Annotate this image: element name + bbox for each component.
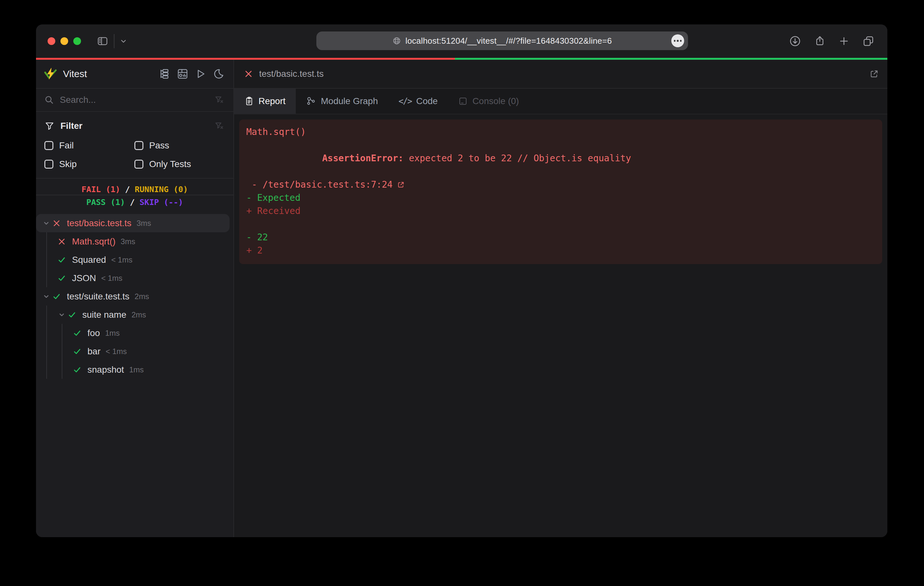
fail-icon [56,238,67,245]
pass-icon [56,274,67,282]
fail-icon [51,219,62,227]
filter-checkbox-fail[interactable]: Fail [45,140,134,151]
diff-received-value: + 2 [246,244,875,257]
tree-item-label: test/suite.test.ts [67,291,130,302]
tree-item-test-bar[interactable]: bar < 1ms [36,342,229,360]
tab-report[interactable]: Report [234,89,296,114]
browser-window: localhost:51204/__vitest__/#/?file=16484… [36,25,887,537]
pass-icon [67,311,77,319]
collapse-tree-icon[interactable] [159,68,170,80]
summary-running-count: RUNNING (0) [135,185,188,194]
close-window-button[interactable] [48,37,55,45]
fail-icon [244,70,253,78]
filter-checkbox-skip[interactable]: Skip [45,158,134,170]
clear-search-filter-icon[interactable] [214,95,224,105]
vitest-logo-icon [44,67,57,81]
downloads-icon[interactable] [789,35,801,47]
tab-code[interactable]: </> Code [388,89,448,114]
tree-item-label: snapshot [87,365,124,375]
open-in-editor-icon[interactable] [870,69,879,79]
code-icon: </> [398,96,411,106]
summary-fail-count: FAIL (1) [81,185,120,194]
browser-toolbar: localhost:51204/__vitest__/#/?file=16484… [36,25,887,58]
error-message: AssertionError: expected 2 to be 22 // O… [246,138,875,178]
url-text: localhost:51204/__vitest__/#/?file=16484… [406,36,612,46]
new-tab-icon[interactable] [838,36,850,46]
search-icon [45,95,54,105]
report-view: Math.sqrt() AssertionError: expected 2 t… [234,114,887,537]
chevron-down-icon[interactable] [56,311,67,318]
checkbox-label: Only Tests [149,159,191,169]
tab-module-graph[interactable]: Module Graph [296,89,388,114]
tree-item-file-basic[interactable]: test/basic.test.ts 3ms [36,214,229,232]
checkbox[interactable] [134,160,144,169]
checkbox[interactable] [45,141,53,150]
filter-checkbox-pass[interactable]: Pass [134,140,224,151]
dashboard-icon[interactable] [177,68,188,80]
sidebar: Vitest [36,60,234,537]
dark-mode-toggle-icon[interactable] [213,68,224,80]
tab-label: Report [259,96,285,106]
run-all-icon[interactable] [195,68,206,80]
tree-item-label: bar [87,346,100,357]
error-test-title: Math.sqrt() [246,125,875,138]
toolbar-divider [114,34,114,48]
share-icon[interactable] [814,35,826,47]
tree-item-test-snapshot[interactable]: snapshot 1ms [36,360,229,379]
tree-item-suite-name[interactable]: suite name 2ms [36,306,229,324]
tree-item-test-foo[interactable]: foo 1ms [36,324,229,342]
diff-expected-label: - Expected [246,191,875,204]
diff-expected-value: - 22 [246,230,875,244]
screen: localhost:51204/__vitest__/#/?file=16484… [0,0,924,586]
tree-item-duration: 3ms [120,237,135,246]
tab-label: Module Graph [321,96,378,106]
chevron-down-icon[interactable] [120,37,127,45]
page-settings-icon[interactable] [671,35,684,47]
checkbox[interactable] [45,160,53,169]
tree-item-duration: < 1ms [106,347,127,356]
tab-label: Code [416,96,437,106]
zoom-window-button[interactable] [73,37,81,45]
tab-console[interactable]: Console (0) [448,89,529,114]
indent-guide [46,232,47,287]
tree-item-test-squared[interactable]: Squared < 1ms [36,250,229,269]
open-file-name: test/basic.test.ts [259,69,324,79]
minimize-window-button[interactable] [61,37,68,45]
error-report-panel: Math.sqrt() AssertionError: expected 2 t… [239,120,882,264]
checkbox-label: Fail [59,140,74,151]
indent-guide [62,324,63,379]
tree-item-label: test/basic.test.ts [67,218,132,229]
clear-filter-icon[interactable] [214,121,224,131]
open-in-editor-icon[interactable] [397,181,405,189]
tree-item-duration: 2ms [132,310,146,319]
checkbox[interactable] [134,141,144,150]
chevron-down-icon[interactable] [41,220,51,227]
summary-pass-count: PASS (1) [86,198,125,207]
module-graph-icon [306,96,316,106]
pass-icon [72,365,82,374]
address-bar[interactable]: localhost:51204/__vitest__/#/?file=16484… [316,31,688,50]
sidebar-toggle-icon[interactable] [96,35,109,47]
filter-checkbox-only-tests[interactable]: Only Tests [134,158,224,170]
chevron-down-icon[interactable] [41,293,51,300]
tree-item-label: foo [87,328,100,338]
tree-item-duration: < 1ms [111,255,132,264]
tree-item-duration: 1ms [129,365,144,374]
tree-item-file-suite[interactable]: test/suite.test.ts 2ms [36,287,229,306]
tree-item-test-mathsqrt[interactable]: Math.sqrt() 3ms [36,232,229,250]
tree-item-test-json[interactable]: JSON < 1ms [36,269,229,287]
filter-icon [45,121,54,131]
test-summary: FAIL (1) / RUNNING (0) PASS (1) / SKIP (… [36,179,233,214]
report-icon [244,96,254,106]
tree-item-label: suite name [82,310,126,320]
tab-label: Console (0) [472,96,519,106]
pass-icon [72,329,82,337]
error-stack-line: - /test/basic.test.ts:7:24 [246,178,875,191]
pass-icon [72,347,82,356]
tree-item-label: Math.sqrt() [72,237,116,247]
search-input[interactable] [60,95,214,105]
pass-icon [56,256,67,264]
filter-heading: Filter [61,121,82,131]
stack-frame-link[interactable]: - /test/basic.test.ts:7:24 [246,178,393,191]
tab-overview-icon[interactable] [862,35,874,47]
